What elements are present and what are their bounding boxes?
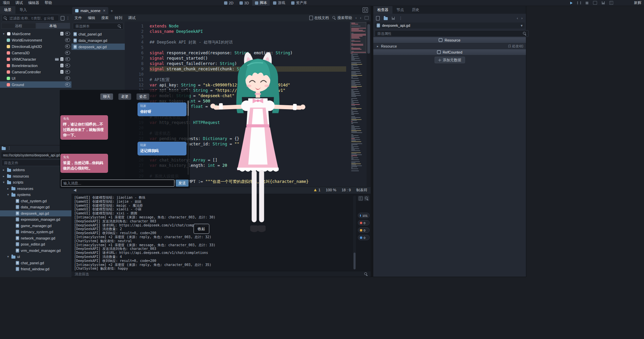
eye-icon[interactable]: [65, 51, 70, 55]
indent-mode[interactable]: 制表符: [356, 188, 367, 193]
inspector-tab-检查器[interactable]: 检查器: [373, 6, 392, 14]
eye-icon[interactable]: [65, 83, 70, 86]
workspace-脚本[interactable]: 脚本: [252, 0, 270, 6]
save-resource-icon[interactable]: [392, 17, 395, 20]
float-panel-icon[interactable]: [365, 16, 369, 20]
close-tab-icon[interactable]: ×: [103, 8, 105, 13]
code-scrollbar[interactable]: [367, 21, 371, 187]
eye-icon[interactable]: [65, 57, 70, 61]
script-menu-转到[interactable]: 转到: [112, 15, 125, 20]
more-options-icon[interactable]: ⋮: [66, 16, 70, 20]
scene-node-UI[interactable]: UI: [0, 75, 71, 81]
scene-node-CameraController[interactable]: CameraController: [0, 69, 71, 75]
script-item-data_manager.gd[interactable]: data_manager.gd: [71, 37, 125, 44]
resource-options-icon[interactable]: ⋮: [399, 16, 402, 20]
fs-item-expression_manager.gd[interactable]: expression_manager.gd: [0, 216, 71, 223]
film-icon[interactable]: [55, 58, 59, 61]
edited-object-row[interactable]: deepseek_api.gd ▾: [375, 22, 525, 28]
dock-tab-导入[interactable]: 导入: [15, 6, 31, 14]
scene-filter-input[interactable]: [9, 16, 57, 20]
workspace-2D[interactable]: 2D: [221, 0, 236, 6]
workspace-游戏[interactable]: 游戏: [270, 0, 288, 6]
fs-item-systems[interactable]: ▾systems: [0, 192, 71, 198]
eye-icon[interactable]: [65, 70, 70, 74]
fs-item-resources[interactable]: ▸resources: [0, 173, 71, 180]
console-scrollbar[interactable]: [353, 196, 356, 270]
pause-icon[interactable]: [577, 1, 581, 4]
script-member-item[interactable]: get_character_persona: [71, 180, 125, 186]
scene-node-VRMCharacter[interactable]: VRMCharacter: [0, 56, 71, 62]
filesystem-filter[interactable]: [1, 159, 74, 166]
inspector-tab-节点[interactable]: 节点: [392, 6, 408, 14]
badge-errors[interactable]: 0: [358, 220, 370, 225]
fs-item-chat_panel.gd[interactable]: chat_panel.gd: [0, 260, 71, 266]
scene-node-Ground[interactable]: Ground: [0, 81, 71, 88]
badge-messages[interactable]: 101: [358, 213, 370, 218]
chevron-down-icon[interactable]: ▾: [521, 24, 523, 27]
history-forward-icon[interactable]: ›: [360, 16, 361, 20]
eye-icon[interactable]: [65, 32, 70, 36]
script-menu-调试[interactable]: 调试: [125, 15, 139, 20]
scene-node-BoneInteraction[interactable]: BoneInteraction: [0, 62, 71, 69]
scene-node-Camera3D[interactable]: Camera3D: [0, 50, 71, 56]
console-layers-button[interactable]: [358, 196, 363, 201]
scene-node-DirectionalLight3D[interactable]: DirectionalLight3D: [0, 43, 71, 50]
inspector-tab-历史[interactable]: 历史: [408, 6, 423, 14]
fs-item-scripts[interactable]: ▾scripts: [0, 179, 71, 186]
scripts-filter[interactable]: [73, 23, 123, 29]
script-icon[interactable]: [60, 64, 63, 67]
zoom-level[interactable]: 100 %: [326, 188, 336, 192]
code-editor[interactable]: 1extends Node2class_name DeepSeekAPI34##…: [125, 21, 371, 187]
attach-script-icon[interactable]: [61, 16, 64, 20]
scene-node-MainScene[interactable]: ▾MainScene: [0, 30, 71, 37]
fs-item-network_manager.gd[interactable]: network_manager.gd: [0, 235, 71, 242]
history-back-icon[interactable]: ‹: [517, 16, 518, 20]
warning-count[interactable]: 1: [314, 188, 320, 192]
badge-info[interactable]: 0: [358, 235, 370, 240]
menu-调试[interactable]: 调试: [13, 0, 25, 5]
filesystem-menu-icon[interactable]: ⋮: [7, 146, 11, 150]
play-icon[interactable]: [570, 2, 573, 4]
eye-icon[interactable]: [65, 38, 70, 42]
filesystem-filter-input[interactable]: [3, 160, 67, 165]
expand-viewport-icon[interactable]: [363, 7, 368, 13]
scene-tab-main-scene[interactable]: main_scene ×: [72, 7, 108, 14]
console-filter-input[interactable]: [74, 272, 362, 276]
script-menu-文件[interactable]: 文件: [71, 15, 85, 20]
scene-filter[interactable]: [2, 15, 59, 21]
console-search-button[interactable]: [364, 196, 369, 201]
fs-item-resources[interactable]: ▸resources: [0, 186, 71, 192]
collapse-panel-icon[interactable]: ◀: [71, 188, 78, 192]
dock-splitter[interactable]: [371, 6, 373, 277]
fs-item-vrm_model_manager.gd[interactable]: vrm_model_manager.gd: [0, 248, 71, 254]
inspector-filter[interactable]: [375, 30, 529, 37]
menu-帮助[interactable]: 帮助: [42, 0, 55, 5]
frame-icon[interactable]: [593, 1, 597, 5]
script-menu-编辑[interactable]: 编辑: [85, 15, 98, 20]
fs-item-intimacy_system.gd[interactable]: intimacy_system.gd: [0, 229, 71, 235]
fs-item-pose_editor.gd[interactable]: pose_editor.gd: [0, 241, 71, 248]
minimap[interactable]: [351, 23, 366, 172]
script-icon[interactable]: [60, 57, 63, 61]
scene-node-WorldEnvironment[interactable]: WorldEnvironment: [0, 37, 71, 43]
badge-warnings[interactable]: 0: [358, 227, 370, 233]
fs-item-addons[interactable]: ▸addons: [0, 167, 71, 173]
view-tab-远程[interactable]: 远程: [1, 23, 36, 29]
scripts-filter-input[interactable]: [75, 24, 116, 28]
script-icon[interactable]: [60, 32, 63, 36]
script-menu-搜索[interactable]: 搜索: [98, 15, 112, 20]
grid-icon[interactable]: [609, 1, 613, 5]
fs-item-ui[interactable]: ▾ui: [0, 254, 71, 260]
inspector-filter-input[interactable]: [377, 31, 522, 36]
script-icon[interactable]: [60, 70, 63, 74]
stop-icon[interactable]: [586, 2, 588, 4]
eye-icon[interactable]: [65, 76, 70, 80]
search-help-button[interactable]: 搜索帮助: [332, 15, 352, 20]
history-back-icon[interactable]: ‹: [356, 16, 357, 20]
fs-item-data_manager.gd[interactable]: data_manager.gd: [0, 204, 71, 210]
view-tab-本地[interactable]: 本地: [36, 23, 70, 29]
online-docs-button[interactable]: 在线文档: [309, 15, 329, 20]
history-forward-icon[interactable]: ›: [521, 16, 523, 20]
save-icon[interactable]: [602, 1, 605, 4]
fs-item-game_manager.gd[interactable]: game_manager.gd: [0, 223, 71, 229]
